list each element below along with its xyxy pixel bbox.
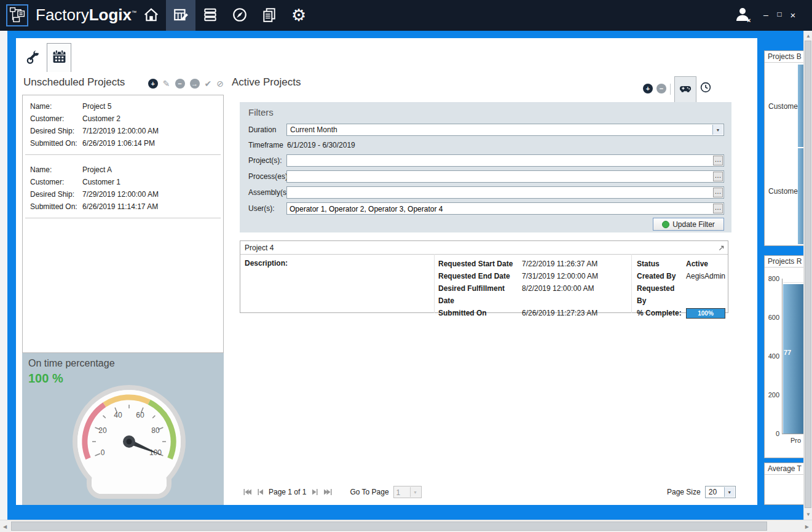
nav-settings[interactable]: ⚙ xyxy=(284,0,313,31)
processes-filter-input[interactable] xyxy=(288,172,709,183)
card-dates-col: Requested Start Date7/22/2019 11:26:37 A… xyxy=(435,254,632,313)
factory-logo-icon xyxy=(9,6,26,25)
page-size-value: 20 xyxy=(709,488,717,496)
vertical-scrollbar[interactable]: ▲ ▼ xyxy=(803,31,812,520)
projects-filter-field[interactable]: … xyxy=(286,154,724,167)
scroll-right-icon[interactable]: ▶ xyxy=(805,524,809,530)
date-value: 7/31/2019 12:00:00 AM xyxy=(522,270,598,282)
move-project-icon[interactable]: → xyxy=(190,79,200,89)
name-label: Name: xyxy=(30,100,82,113)
name-label: Name: xyxy=(30,164,82,176)
users-filter-field[interactable]: … xyxy=(286,202,724,215)
update-filter-button[interactable]: Update Filter xyxy=(653,218,724,231)
tab-tools[interactable] xyxy=(22,44,44,71)
previous-page-button[interactable] xyxy=(256,488,264,496)
page-size-control: Page Size 20 ▼ xyxy=(667,486,736,498)
gamepad-icon xyxy=(679,85,692,95)
gauge-tick-60: 60 xyxy=(136,411,144,419)
status-label: Status xyxy=(637,258,686,270)
y-tick-400: 400 xyxy=(765,352,779,360)
add-project-icon[interactable]: + xyxy=(148,79,158,89)
project-name: Project 5 xyxy=(82,100,111,113)
duration-label: Duration xyxy=(248,125,276,134)
approve-project-icon[interactable]: ✔ xyxy=(205,79,212,88)
nav-materials[interactable] xyxy=(195,0,225,31)
projects-remaining-title: Projects R xyxy=(765,256,803,268)
list-separator xyxy=(25,154,221,155)
vertical-scroll-thumb[interactable] xyxy=(805,41,811,508)
complete-value: 100% xyxy=(698,308,714,320)
user-logout-icon: × xyxy=(734,18,754,26)
bar-value-label: 77 xyxy=(784,349,791,356)
goto-page-field[interactable]: ▼ xyxy=(393,486,422,498)
nav-tracking[interactable] xyxy=(225,0,254,31)
view-timeline-toggle[interactable] xyxy=(700,82,711,95)
content-frame: Unscheduled Projects + ✎ − → ✔ ⊘ Name:Pr… xyxy=(7,31,803,520)
ellipsis-picker-icon[interactable]: … xyxy=(713,188,723,197)
gridline xyxy=(783,282,803,283)
users-filter-label: User(s): xyxy=(248,204,275,213)
pagination: Page 1 of 1 Go To Page ▼ xyxy=(243,486,422,498)
update-filter-label: Update Filter xyxy=(672,220,715,229)
close-button[interactable]: × xyxy=(788,10,798,20)
last-page-button[interactable] xyxy=(323,488,332,496)
project-customer: Customer 2 xyxy=(82,113,120,125)
description-label: Description: xyxy=(245,259,288,268)
processes-filter-field[interactable]: … xyxy=(286,170,724,183)
ellipsis-picker-icon[interactable]: … xyxy=(713,172,723,181)
reject-project-icon[interactable]: ⊘ xyxy=(216,79,224,88)
duration-combobox[interactable]: Current Month ▼ xyxy=(286,124,724,136)
remove-active-project-icon[interactable]: − xyxy=(656,84,666,93)
chevron-down-icon[interactable]: ▼ xyxy=(724,487,735,497)
view-list-toggle[interactable] xyxy=(674,76,696,102)
unscheduled-project-item[interactable]: Name:Project A Customer:Customer 1 Desir… xyxy=(23,159,223,214)
date-label: Requested End Date xyxy=(438,270,522,282)
users-filter-input[interactable] xyxy=(288,204,709,215)
minimize-button[interactable]: – xyxy=(761,10,771,20)
nav-planning[interactable] xyxy=(166,0,195,31)
edit-project-icon[interactable]: ✎ xyxy=(163,79,170,88)
unscheduled-project-item[interactable]: Name:Project 5 Customer:Customer 2 Desir… xyxy=(23,95,223,151)
expand-icon[interactable] xyxy=(719,244,724,253)
projects-filter-input[interactable] xyxy=(288,156,709,167)
desired-ship-label: Desired Ship: xyxy=(30,188,82,200)
layers-icon xyxy=(202,7,218,25)
card-description-col: Description: xyxy=(240,254,435,313)
date-value: 8/2/2019 12:00:00 AM xyxy=(522,282,594,307)
active-projects-title: Active Projects xyxy=(232,76,301,89)
horizontal-scrollbar[interactable]: ◀ ▶ xyxy=(0,520,812,532)
unscheduled-project-list: Name:Project 5 Customer:Customer 2 Desir… xyxy=(22,95,224,353)
assemblies-filter-input[interactable] xyxy=(288,188,709,199)
unscheduled-projects-title: Unscheduled Projects xyxy=(23,76,125,89)
logout-user-button[interactable]: × xyxy=(734,5,754,26)
projects-remaining-panel: Projects R 800 600 400 200 0 77 Pro xyxy=(764,255,803,458)
goto-page-label: Go To Page xyxy=(350,488,388,496)
nav-reports[interactable] xyxy=(254,0,284,31)
assemblies-filter-field[interactable]: … xyxy=(286,186,724,199)
project-card[interactable]: Project 4 Description: Requested Start D… xyxy=(240,240,728,313)
y-tick-800: 800 xyxy=(765,275,779,282)
tab-scheduling[interactable] xyxy=(47,43,71,72)
remove-project-icon[interactable]: − xyxy=(175,79,185,89)
y-tick-200: 200 xyxy=(765,391,779,399)
assemblies-filter-label: Assembly(s): xyxy=(248,188,291,197)
first-page-button[interactable] xyxy=(243,488,251,496)
add-active-project-icon[interactable]: + xyxy=(643,84,653,93)
horizontal-scroll-thumb[interactable] xyxy=(11,522,767,531)
chevron-down-icon[interactable]: ▼ xyxy=(712,125,723,135)
page-indicator: Page 1 of 1 xyxy=(269,488,306,496)
list-separator xyxy=(25,218,221,218)
scroll-left-icon[interactable]: ◀ xyxy=(3,524,7,530)
gauge-tick-0: 0 xyxy=(101,448,105,457)
scroll-down-icon[interactable]: ▼ xyxy=(806,512,811,517)
next-page-button[interactable] xyxy=(310,488,319,496)
ellipsis-picker-icon[interactable]: … xyxy=(713,156,723,165)
page-size-combobox[interactable]: 20 ▼ xyxy=(705,486,736,498)
scroll-up-icon[interactable]: ▲ xyxy=(806,33,811,39)
gauge-tick-20: 20 xyxy=(98,426,107,435)
nav-home[interactable] xyxy=(136,0,166,31)
app-logo xyxy=(6,4,28,26)
ellipsis-picker-icon[interactable]: … xyxy=(713,204,723,213)
maximize-button[interactable]: □ xyxy=(775,10,784,18)
filters-panel: Filters Duration Current Month ▼ Timefra… xyxy=(240,102,731,232)
